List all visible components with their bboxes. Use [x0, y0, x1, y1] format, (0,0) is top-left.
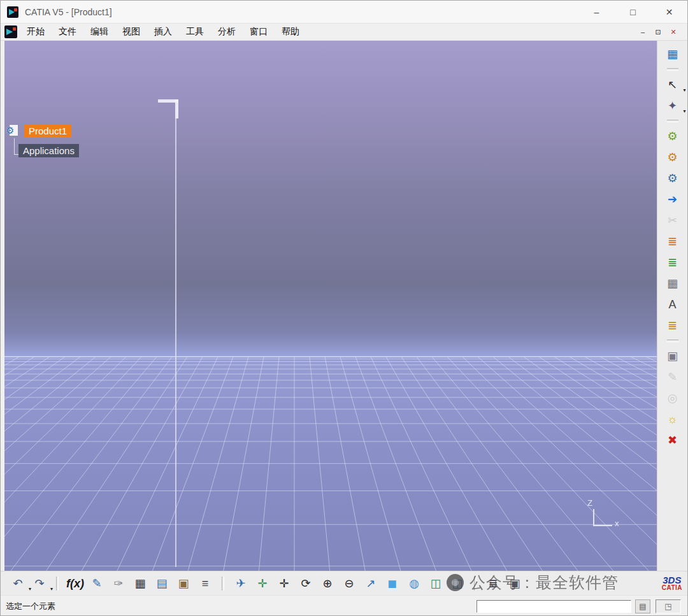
menu-item-view[interactable]: 视图	[115, 24, 147, 40]
design-table-icon[interactable]: ▦	[132, 575, 148, 592]
bom-list-icon[interactable]: ≣	[664, 233, 681, 250]
equivalent-dimensions-icon[interactable]: ≡	[197, 575, 213, 592]
tree-node-applications-label[interactable]: Applications	[18, 144, 79, 157]
design-table-icon[interactable]: ▦	[664, 275, 681, 292]
specification-tree: ⚙ Product1 Applications	[6, 124, 79, 157]
fit-all-icon[interactable]: ✛	[254, 575, 271, 592]
rotate-icon[interactable]: ⟳	[297, 575, 314, 592]
undo-icon[interactable]: ↶▾	[10, 575, 26, 592]
formula-icon[interactable]: f(x)	[67, 575, 83, 592]
dropdown-arrow-icon[interactable]: ▾	[50, 586, 53, 592]
select-arrow-icon[interactable]: ↖▾	[664, 76, 681, 93]
photo-studio-icon-glyph: ◎	[668, 392, 678, 404]
select-arrow-icon-glyph: ↖	[668, 79, 677, 90]
fit-all-icon-glyph: ✛	[257, 578, 267, 589]
maximize-button[interactable]: □	[615, 1, 651, 23]
normal-view-icon-glyph: ↗	[366, 578, 375, 589]
menu-item-insert[interactable]: 插入	[147, 24, 179, 40]
menu-item-analyze[interactable]: 分析	[211, 24, 243, 40]
product-node-icon[interactable]: ⚙	[6, 124, 21, 138]
tree-catalog-icon[interactable]: ≣	[664, 317, 681, 334]
close-button[interactable]: ✕	[651, 1, 687, 23]
update-gears-icon[interactable]: ⚙	[664, 128, 681, 145]
minimize-button[interactable]: –	[578, 1, 615, 23]
tree-node-product1-label[interactable]: Product1	[24, 124, 71, 138]
comment-bubble-icon[interactable]: ✎	[89, 575, 105, 592]
catalog-gear-icon[interactable]: ⚙	[664, 149, 681, 166]
product-tree-icon[interactable]: ▤	[154, 575, 170, 592]
zoom-in-icon[interactable]: ⊕	[319, 575, 336, 592]
render-tools-icon[interactable]: ▣	[506, 575, 523, 592]
light-bulb-on-icon-glyph: ☼	[667, 413, 678, 425]
fly-mode-icon-glyph: ✈	[236, 578, 245, 589]
document-window-controls: – ⊡ ✕	[636, 26, 684, 38]
menu-item-help[interactable]: 帮助	[275, 24, 306, 40]
power-input-field[interactable]	[477, 600, 631, 613]
tree-branch-line-h	[14, 154, 18, 155]
redo-icon-glyph: ↷	[34, 578, 44, 589]
catia-workbench-icon[interactable]	[4, 25, 17, 38]
image-frame-icon[interactable]: ▣	[664, 348, 681, 364]
viewport-3d[interactable]: ⚙ Product1 Applications Z x	[4, 41, 657, 571]
dropdown-arrow-icon[interactable]: ▾	[684, 87, 686, 93]
generate-gear-icon-glyph: ⚙	[667, 173, 677, 184]
status-bar: 选定一个元素 ▤ ◳	[1, 595, 687, 616]
album-icon[interactable]: ◫	[449, 575, 466, 592]
axis-z-line	[593, 509, 594, 525]
redo-icon[interactable]: ↷▾	[31, 575, 48, 592]
component-box-icon[interactable]: ▣	[175, 575, 192, 592]
tree-node-product1[interactable]: ⚙ Product1	[6, 124, 79, 138]
menu-item-start[interactable]: 开始	[20, 24, 52, 40]
photo-studio-icon: ◎	[664, 390, 681, 406]
check-pen-icon-glyph: ✑	[113, 578, 123, 589]
multi-view-icon-glyph: ◍	[409, 578, 419, 589]
light-bulb-off-icon-glyph: ✖	[668, 434, 677, 446]
menu-item-file[interactable]: 文件	[52, 24, 83, 40]
iso-view-icon[interactable]: ◼	[384, 575, 401, 592]
brand-catia-name: CATIA	[662, 585, 682, 591]
capture-icon[interactable]: ◫	[427, 575, 444, 592]
dropdown-arrow-icon[interactable]: ▾	[684, 108, 686, 114]
selection-filter-icon[interactable]: ✦▾	[664, 97, 681, 114]
tree-anchor-line[interactable]	[175, 118, 176, 567]
product-structure-icon[interactable]: ▦	[664, 46, 681, 62]
doc-close-button[interactable]: ✕	[667, 26, 680, 38]
status-doc-icon[interactable]: ▤	[635, 599, 650, 613]
light-bulb-on-icon[interactable]: ☼	[664, 411, 681, 427]
light-bulb-off-icon[interactable]: ✖	[664, 432, 681, 448]
title-bar: CATIA V5 - [Product1] – □ ✕	[1, 1, 687, 24]
structure-list-icon-glyph: ≣	[668, 257, 677, 268]
design-table-icon-glyph: ▦	[134, 578, 145, 589]
levels-icon[interactable]: ≣	[485, 575, 501, 592]
rotate-icon-glyph: ⟳	[301, 578, 310, 589]
axis-indicator: Z x	[587, 501, 620, 531]
catalog-gear-icon-glyph: ⚙	[667, 152, 677, 163]
capture-icon-glyph: ◫	[430, 578, 441, 589]
toolbar-separator	[474, 577, 477, 591]
enter-component-icon[interactable]: ➔	[664, 191, 681, 208]
enter-component-icon-glyph: ➔	[668, 194, 677, 205]
zoom-out-icon[interactable]: ⊖	[341, 575, 357, 592]
status-corner-icon[interactable]: ◳	[656, 599, 681, 613]
dassault-catia-logo: 3DS CATIA	[662, 575, 684, 591]
structure-list-icon[interactable]: ≣	[664, 254, 681, 271]
generate-gear-icon[interactable]: ⚙	[664, 170, 681, 187]
application-window: CATIA V5 - [Product1] – □ ✕ 开始文件编辑视图插入工具…	[0, 0, 688, 616]
multi-view-icon[interactable]: ◍	[406, 575, 422, 592]
doc-minimize-button[interactable]: –	[636, 26, 649, 38]
normal-view-icon[interactable]: ↗	[362, 575, 379, 592]
check-pen-icon[interactable]: ✑	[110, 575, 127, 592]
text-template-icon[interactable]: A	[664, 296, 681, 313]
doc-restore-button[interactable]: ⊡	[652, 26, 664, 38]
tree-anchor-bracket[interactable]	[158, 99, 178, 118]
menu-item-window[interactable]: 窗口	[243, 24, 275, 40]
window-title: CATIA V5 - [Product1]	[25, 7, 112, 17]
menu-item-edit[interactable]: 编辑	[83, 24, 115, 40]
menu-item-tools[interactable]: 工具	[179, 24, 211, 40]
fly-mode-icon[interactable]: ✈	[233, 575, 249, 592]
update-gears-icon-glyph: ⚙	[667, 131, 677, 142]
pan-icon[interactable]: ✛	[276, 575, 292, 592]
render-tools-icon-glyph: ▣	[509, 578, 520, 589]
sketch-tracer-icon: ✎	[664, 369, 681, 385]
toolbar-separator	[667, 340, 678, 342]
